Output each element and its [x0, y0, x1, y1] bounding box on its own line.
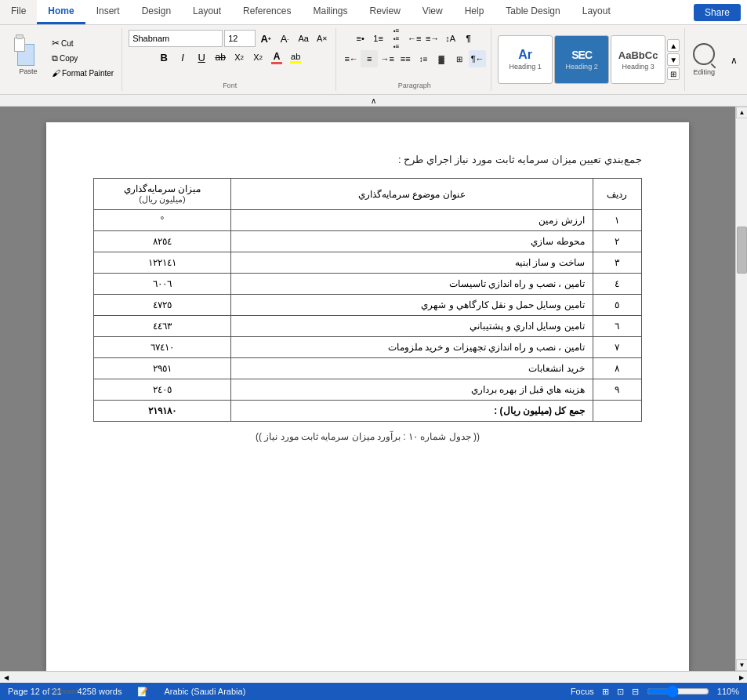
layout-icon[interactable]: ⊞: [602, 687, 609, 697]
copy-button[interactable]: ⧉ Copy: [49, 52, 117, 65]
change-case-button[interactable]: Aa: [295, 30, 312, 47]
doc-scroll-area[interactable]: جمع‌بندي تعيين ميزان سرمايه ثابت مورد ني…: [0, 107, 735, 671]
clipboard-group-label: Clipboard: [48, 687, 78, 695]
borders-button[interactable]: ⊞: [451, 50, 468, 67]
styles-scroll-down[interactable]: ▼: [667, 53, 680, 66]
font-name-input[interactable]: [129, 30, 223, 47]
cell-radif: ٨: [593, 358, 641, 379]
share-button[interactable]: Share: [694, 4, 741, 21]
scroll-thumb[interactable]: [737, 227, 747, 274]
cell-amount: ٤٤٦٣: [94, 316, 231, 337]
font-shrink-button[interactable]: A-: [276, 30, 293, 47]
clear-formatting-button[interactable]: A✕: [314, 30, 331, 47]
zoom-slider[interactable]: [647, 685, 709, 698]
font-color-button[interactable]: A: [268, 49, 285, 66]
subscript-button[interactable]: X2: [230, 49, 248, 66]
layout-icon2[interactable]: ⊡: [617, 687, 624, 697]
tab-layout[interactable]: Layout: [182, 0, 232, 24]
ribbon-toolbar: Paste ✂ Cut ⧉ Copy 🖌 Format Painter Clip…: [0, 25, 747, 95]
heading3-style[interactable]: AaBbCc Heading 3: [611, 35, 665, 84]
copy-label: Copy: [60, 54, 78, 63]
tab-references[interactable]: References: [232, 0, 302, 24]
h-scroll-track[interactable]: [12, 672, 735, 684]
tab-file[interactable]: File: [0, 0, 37, 24]
paragraph-group-label: Paragraph: [398, 82, 431, 89]
tab-layout2[interactable]: Layout: [571, 0, 622, 24]
scroll-left-button[interactable]: ◀: [0, 672, 12, 684]
align-right-button[interactable]: →≡: [379, 50, 396, 67]
tab-bar: File Home Insert Design Layout Reference…: [0, 0, 747, 25]
top-collapse-bar[interactable]: ∧: [0, 95, 747, 107]
cell-radif: [593, 401, 641, 422]
clipboard-group: Paste ✂ Cut ⧉ Copy 🖌 Format Painter Clip…: [5, 28, 122, 91]
numbering-button[interactable]: 1≡: [370, 30, 387, 47]
table-row: ٨ خريد انشعابات ٢٩٥١: [94, 358, 642, 379]
scroll-track[interactable]: [736, 118, 747, 659]
table-row: جمع كل (ميليون ريال) : ٢١٩١٨٠: [94, 401, 642, 422]
styles-scroll-up[interactable]: ▲: [667, 39, 680, 52]
tab-view[interactable]: View: [412, 0, 454, 24]
table-row: ٦ تامين وسايل اداري و پشتيباني ٤٤٦٣: [94, 316, 642, 337]
bold-button[interactable]: B: [155, 49, 172, 66]
doc-title: جمع‌بندي تعيين ميزان سرمايه ثابت مورد ني…: [93, 154, 642, 165]
heading3-label: Heading 3: [622, 63, 655, 71]
multilevel-button[interactable]: ▪≡▪≡▪≡: [388, 30, 405, 47]
scroll-down-button[interactable]: ▼: [736, 659, 747, 671]
styles-expand[interactable]: ⊞: [667, 67, 680, 80]
status-right: Focus ⊞ ⊡ ⊟ 110%: [571, 685, 739, 698]
heading1-label: Heading 1: [509, 63, 542, 71]
cell-subject: هزينه هاي قبل از بهره برداري: [230, 379, 593, 401]
format-painter-button[interactable]: 🖌 Format Painter: [49, 67, 117, 79]
paste-button[interactable]: Paste: [9, 33, 47, 77]
tab-help[interactable]: Help: [454, 0, 495, 24]
th-subject: عنوان موضوع سرمايه‌گذاري: [230, 179, 593, 210]
font-grow-button[interactable]: A+: [257, 30, 274, 47]
increase-indent-button[interactable]: ≡→: [424, 30, 441, 47]
tab-table-design[interactable]: Table Design: [495, 0, 571, 24]
word-count: 4258 words: [78, 687, 122, 696]
focus-button[interactable]: Focus: [571, 687, 594, 696]
tab-review[interactable]: Review: [358, 0, 411, 24]
italic-button[interactable]: I: [174, 49, 191, 66]
align-center-button[interactable]: ≡: [361, 50, 378, 67]
doc-container: جمع‌بندي تعيين ميزان سرمايه ثابت مورد ني…: [0, 107, 747, 671]
collapse-ribbon-button[interactable]: ∧: [725, 52, 742, 69]
cell-radif: ٢: [593, 231, 641, 252]
cell-radif: ٤: [593, 274, 641, 295]
heading2-style[interactable]: SEC Heading 2: [554, 35, 609, 84]
editing-label: Editing: [693, 68, 715, 76]
cell-subject: تامين وسايل حمل و نقل كارگاهي و شهري: [230, 295, 593, 316]
bullets-button[interactable]: ≡•: [352, 30, 369, 47]
underline-button[interactable]: U: [193, 49, 210, 66]
decrease-indent-button[interactable]: ←≡: [406, 30, 423, 47]
find-replace-icon[interactable]: [693, 43, 715, 65]
cut-button[interactable]: ✂ Cut: [49, 36, 117, 50]
layout-icon3[interactable]: ⊟: [632, 687, 639, 697]
highlight-button[interactable]: ab: [287, 49, 304, 66]
paragraph-rtl-button[interactable]: ¶←: [469, 50, 486, 67]
tab-home[interactable]: Home: [37, 0, 85, 24]
font-size-input[interactable]: [224, 30, 256, 47]
cell-subject: تامين وسايل اداري و پشتيباني: [230, 316, 593, 337]
justify-button[interactable]: ≡≡: [397, 50, 414, 67]
heading1-style[interactable]: Ar Heading 1: [498, 35, 553, 84]
shading-button[interactable]: ▓: [433, 50, 450, 67]
font-group: A+ A- Aa A✕ B I U ab X2 X2 A ab: [124, 28, 336, 91]
scroll-right-button[interactable]: ▶: [735, 672, 747, 684]
sort-button[interactable]: ↕A: [442, 30, 459, 47]
th-radif: رديف: [593, 179, 641, 210]
strikethrough-button[interactable]: ab: [212, 49, 229, 66]
tab-mailings[interactable]: Mailings: [302, 0, 358, 24]
status-bar: Page 12 of 21 4258 words 📝 Arabic (Saudi…: [0, 683, 747, 700]
tab-insert[interactable]: Insert: [85, 0, 131, 24]
cell-amount: ٦٧٤١٠: [94, 337, 231, 358]
line-spacing-button[interactable]: ↕≡: [415, 50, 432, 67]
vertical-scrollbar: ▲ ▼: [735, 107, 747, 671]
align-left-button[interactable]: ≡←: [343, 50, 360, 67]
paste-label: Paste: [19, 67, 37, 75]
superscript-button[interactable]: X2: [249, 49, 267, 66]
scroll-up-button[interactable]: ▲: [736, 107, 747, 118]
main-content: ∧ جمع‌بندي تعيين ميزان سرمايه ثابت مورد …: [0, 95, 747, 683]
show-formatting-button[interactable]: ¶: [460, 30, 477, 47]
tab-design[interactable]: Design: [131, 0, 182, 24]
